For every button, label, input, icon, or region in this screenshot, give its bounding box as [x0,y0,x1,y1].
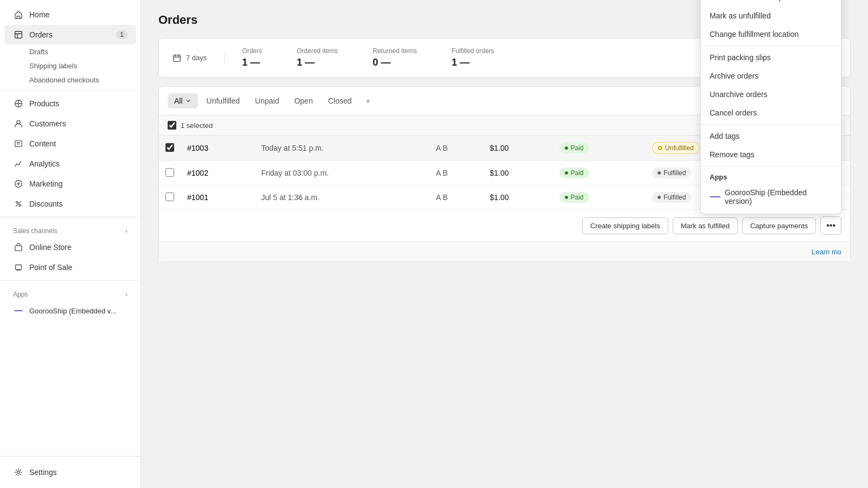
online-store-label: Online Store [29,243,72,252]
tab-unpaid[interactable]: Unpaid [248,93,285,108]
point-of-sale-icon [13,262,24,273]
calendar-icon [172,53,182,63]
tab-unfulfilled[interactable]: Unfulfilled [200,93,246,108]
goorooship-label: GoorooShip (Embedded v... [29,307,116,315]
analytics-label: Analytics [29,159,60,168]
svg-point-5 [16,202,18,204]
orders-card: All Unfulfilled Unpaid Open Closed + 1 s… [158,86,851,262]
order-payment-1003: Paid [553,136,646,161]
tab-closed[interactable]: Closed [322,93,359,108]
sidebar-item-analytics[interactable]: Analytics [4,154,136,174]
dropdown-item-goorooship[interactable]: GoorooShip (Embedded version) [701,183,841,210]
sidebar-item-goorooship[interactable]: GoorooShip (Embedded v... [4,301,136,320]
stats-fulfilled-orders: Fulfilled orders 1 — [434,47,512,68]
sidebar-footer: Settings [0,456,141,488]
discounts-label: Discounts [29,200,62,208]
discounts-icon [13,198,24,209]
online-store-icon [13,242,24,253]
row-checkbox-1002[interactable] [159,161,181,185]
select-all-checkbox[interactable] [168,121,176,130]
sidebar-item-products[interactable]: Products [4,94,136,113]
main-content: Orders 7 days Orders 1 — Ordered items 1… [141,0,868,488]
dropdown-item-add-tags[interactable]: Add tags [701,127,841,145]
capture-payments-button[interactable]: Capture payments [742,217,816,234]
action-bar: Create shipping labels Mark as fulfilled… [159,209,850,241]
stats-period: 7 days [172,53,225,63]
goorooship-app-icon [710,196,720,197]
dropdown-divider-1 [701,46,841,46]
learn-more-link[interactable]: Learn mo [812,248,841,256]
sidebar-item-discounts[interactable]: Discounts [4,194,136,214]
settings-icon [13,467,24,478]
svg-rect-10 [174,55,181,61]
orders-label: Orders [29,30,53,39]
row-checkbox-1003[interactable] [159,136,181,161]
order-customer-1002: A B [429,161,483,185]
dropdown-item-print-packing[interactable]: Print packing slips [701,48,841,67]
dropdown-item-archive-orders[interactable]: Archive orders [701,67,841,85]
sidebar-item-settings[interactable]: Settings [4,463,136,482]
dropdown-divider-2 [701,124,841,125]
create-shipping-labels-button[interactable]: Create shipping labels [582,217,668,234]
order-date-1001: Jul 5 at 1:36 a.m. [254,185,429,210]
tab-add-button[interactable]: + [360,93,375,108]
svg-point-6 [19,204,21,207]
svg-rect-3 [15,141,22,147]
analytics-icon [13,158,24,169]
order-customer-1001: A B [429,185,483,210]
chevron-down-icon [185,98,192,104]
dropdown-item-remove-tags[interactable]: Remove tags [701,145,841,164]
row-checkbox-1001[interactable] [159,185,181,210]
content-icon [13,138,24,149]
sidebar-item-marketing[interactable]: Marketing [4,174,136,194]
dropdown-item-change-location[interactable]: Change fulfillment location [701,25,841,43]
goorooship-icon [13,305,24,316]
sidebar-item-shipping-labels[interactable]: Shipping labels [4,59,136,73]
order-amount-1003: $1.00 [483,136,553,161]
apps-chevron[interactable]: › [125,291,127,298]
order-payment-1001: Paid [553,185,646,210]
dropdown-item-mark-unfulfilled[interactable]: Mark as unfulfilled [701,7,841,25]
dropdown-item-unarchive-orders[interactable]: Unarchive orders [701,85,841,104]
sidebar-item-abandoned-checkouts[interactable]: Abandoned checkouts [4,73,136,87]
svg-rect-7 [15,246,22,251]
sidebar-item-customers[interactable]: Customers [4,114,136,133]
more-actions-button[interactable]: ••• [820,216,841,235]
sidebar-item-point-of-sale[interactable]: Point of Sale [4,258,136,277]
tab-open[interactable]: Open [288,93,319,108]
order-date-1002: Friday at 03:00 p.m. [254,161,429,185]
dropdown-divider-3 [701,166,841,166]
selected-label: 1 selected [181,121,213,130]
order-id-1002[interactable]: #1002 [181,161,254,185]
products-label: Products [29,99,59,108]
dropdown-item-cancel-orders[interactable]: Cancel orders [701,104,841,122]
mark-as-fulfilled-button[interactable]: Mark as fulfilled [673,217,738,234]
sidebar-item-content[interactable]: Content [4,134,136,153]
stats-returned-items: Returned items 0 — [355,47,434,68]
order-amount-1001: $1.00 [483,185,553,210]
customers-icon [13,118,24,129]
sidebar-item-home[interactable]: Home [4,5,136,24]
sidebar-item-online-store[interactable]: Online Store [4,237,136,257]
order-id-1001[interactable]: #1001 [181,185,254,210]
point-of-sale-label: Point of Sale [29,263,72,272]
dropdown-apps-section-label: Apps [701,169,841,183]
sidebar-item-drafts[interactable]: Drafts [4,45,136,59]
order-id-1003[interactable]: #1003 [181,136,254,161]
products-icon [13,98,24,109]
divider-1 [0,90,141,91]
sidebar-item-orders[interactable]: Orders 1 [4,25,136,44]
sales-channels-section: Sales channels › [0,221,141,237]
divider-2 [0,217,141,217]
dropdown-item-cancel-fulfillment[interactable]: Cancel fulfillment requests [701,0,841,7]
orders-icon [13,29,24,40]
customers-label: Customers [29,119,66,128]
svg-rect-8 [16,265,22,270]
sidebar: Home Orders 1 Drafts Shipping labels Aba… [0,0,141,488]
learn-more-bar: Learn mo [159,241,850,261]
tab-all[interactable]: All [168,93,198,108]
order-amount-1002: $1.00 [483,161,553,185]
sales-channels-chevron[interactable]: › [125,227,127,235]
sidebar-nav: Home Orders 1 Drafts Shipping labels Aba… [0,0,141,456]
actions-dropdown-menu: Request fulfillment Cancel fulfillment r… [700,0,841,214]
